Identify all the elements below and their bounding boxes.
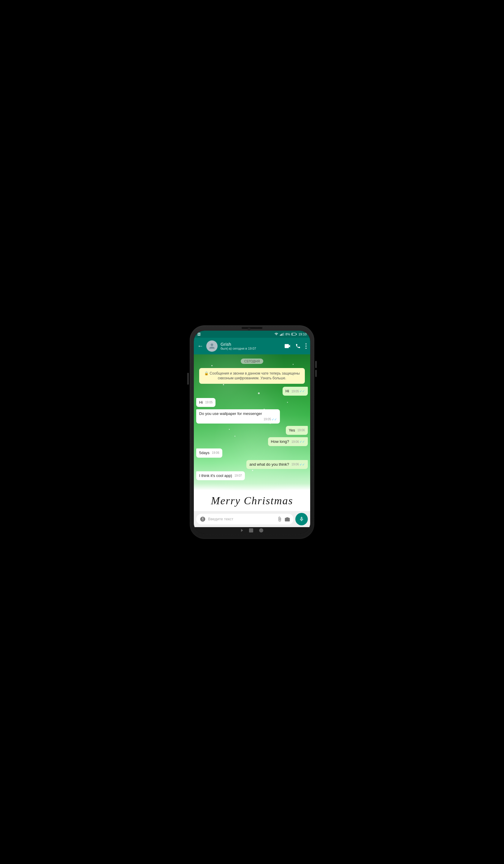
message-ticks: ✓✓: [272, 417, 277, 422]
status-bar: 🖼 8%: [194, 331, 310, 338]
message-bubble-outgoing: How long? 19:06 ✓✓: [268, 437, 308, 446]
message-time: 19:05: [291, 389, 299, 394]
message-bubble-outgoing: Hi 19:05 ✓✓: [283, 387, 308, 396]
contact-info: Grish был(-а) сегодня в 19:07: [220, 341, 282, 350]
message-time: 19:06: [212, 451, 219, 455]
message-time: 19:06: [291, 440, 299, 444]
message-bubble-incoming: Do you use wallpaper for messenger 19:05…: [196, 409, 280, 423]
svg-rect-4: [284, 333, 284, 336]
svg-point-9: [305, 346, 307, 347]
svg-rect-2: [282, 334, 282, 336]
message-bubble-incoming: I think it's cool app) 19:07: [196, 471, 245, 480]
message-meta: 19:06 ✓✓: [291, 440, 305, 444]
message-bubble-outgoing: Yes 19:06: [286, 426, 308, 435]
message-meta: 19:06: [297, 428, 305, 432]
status-right: 8% 19:10: [274, 333, 307, 336]
battery-icon: [291, 333, 297, 336]
message-text: and what do you think?: [249, 462, 289, 467]
message-text: Hi: [286, 389, 289, 393]
message-time: 19:06: [291, 463, 299, 467]
signal-icon: [280, 333, 284, 336]
more-options-icon[interactable]: [305, 344, 307, 349]
message-bubble-incoming: Hi 19:05: [196, 398, 216, 407]
emoji-icon[interactable]: [200, 516, 206, 522]
message-row: How long? 19:06 ✓✓: [196, 437, 308, 446]
chat-area: СЕГОДНЯ 🔒 Сообщения и звонки в данном ча…: [194, 355, 310, 490]
video-call-icon[interactable]: [285, 344, 291, 348]
clock: 19:10: [298, 333, 307, 336]
message-time: 19:07: [235, 474, 242, 478]
message-row: I think it's cool app) 19:07: [196, 471, 308, 480]
message-meta: 19:05 ✓✓: [264, 417, 277, 422]
input-bar: Введите текст: [194, 511, 310, 527]
message-time: 19:05: [205, 400, 213, 405]
message-time: 19:06: [297, 428, 305, 432]
message-bubble-incoming: 5days 19:06: [196, 448, 222, 457]
nav-recent-button[interactable]: [259, 528, 263, 532]
back-button[interactable]: ←: [197, 343, 203, 349]
merry-christmas-text: Merry Christmas: [211, 494, 293, 507]
message-row: 5days 19:06: [196, 448, 308, 457]
message-text: Do you use wallpaper for messenger: [199, 411, 262, 416]
svg-point-10: [305, 348, 307, 349]
message-time: 19:05: [264, 417, 271, 421]
message-row: Hi 19:05: [196, 398, 308, 407]
chat-header: ← Grish был(-а) сегодня в 19:07: [194, 338, 310, 355]
message-meta: 19:06 ✓✓: [291, 463, 305, 467]
status-image-icon: 🖼: [197, 333, 201, 336]
message-bubble-outgoing: and what do you think? 19:06 ✓✓: [247, 460, 308, 469]
attach-icon[interactable]: [277, 516, 282, 522]
nav-back-button[interactable]: [241, 529, 243, 532]
volume-buttons: [315, 361, 317, 377]
message-row: Yes 19:06: [196, 426, 308, 435]
svg-point-8: [305, 344, 307, 345]
messages-container: СЕГОДНЯ 🔒 Сообщения и звонки в данном ча…: [194, 355, 310, 483]
contact-status: был(-а) сегодня в 19:07: [220, 347, 282, 350]
battery-level: 8%: [286, 333, 290, 336]
input-placeholder[interactable]: Введите текст: [208, 517, 275, 521]
encryption-notice: 🔒 Сообщения и звонки в данном чате тепер…: [199, 368, 305, 384]
message-text: How long?: [271, 439, 289, 444]
message-input-container[interactable]: Введите текст: [196, 514, 293, 525]
svg-rect-6: [292, 333, 292, 335]
svg-rect-7: [296, 334, 297, 335]
message-meta: 19:05 ✓✓: [291, 389, 305, 394]
contact-name: Grish: [220, 341, 282, 347]
message-text: Hi: [199, 400, 203, 405]
header-actions: [285, 344, 307, 349]
svg-rect-1: [281, 334, 281, 336]
power-button: [187, 373, 189, 385]
camera-icon[interactable]: [285, 516, 290, 522]
message-meta: 19:06: [212, 451, 219, 455]
message-meta: 19:05: [205, 400, 213, 405]
message-ticks: ✓✓: [300, 440, 305, 444]
nav-home-button[interactable]: [249, 528, 253, 532]
status-left: 🖼: [197, 333, 201, 336]
message-row: Do you use wallpaper for messenger 19:05…: [196, 409, 308, 423]
message-row: Hi 19:05 ✓✓: [196, 387, 308, 396]
phone-screen: 🖼 8%: [194, 331, 310, 533]
wifi-icon: [274, 333, 278, 336]
merry-christmas-image: Merry Christmas: [194, 490, 310, 511]
message-meta: 19:07: [235, 474, 242, 478]
message-ticks: ✓✓: [300, 463, 305, 467]
svg-rect-0: [280, 335, 280, 336]
message-row: and what do you think? 19:06 ✓✓: [196, 460, 308, 469]
message-ticks: ✓✓: [300, 389, 305, 394]
message-text: 5days: [199, 451, 209, 455]
message-text: I think it's cool app): [199, 473, 232, 478]
phone-speaker: [242, 327, 262, 329]
call-icon[interactable]: [295, 344, 301, 349]
phone-camera: [248, 328, 251, 331]
mic-icon: [299, 516, 304, 522]
phone-device: 🖼 8%: [190, 325, 314, 539]
bottom-area: Merry Christmas Введите текст: [194, 490, 310, 527]
avatar: [206, 340, 218, 352]
svg-rect-3: [283, 333, 283, 336]
date-badge: СЕГОДНЯ: [241, 359, 263, 364]
mic-button[interactable]: [295, 513, 308, 525]
message-text: Yes: [289, 428, 295, 432]
bottom-navigation: [194, 527, 310, 533]
